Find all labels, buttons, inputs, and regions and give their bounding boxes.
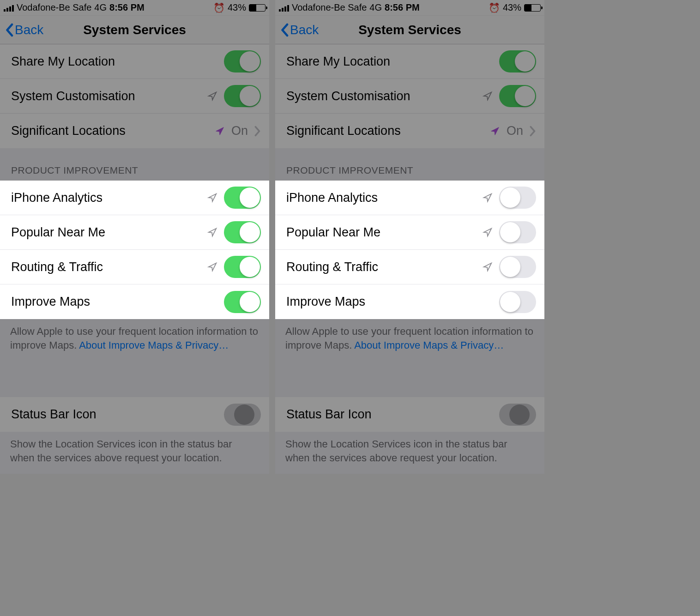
clock-label: 8:56 PM: [109, 2, 145, 13]
row-iphone-analytics[interactable]: iPhone Analytics: [275, 181, 544, 215]
row-improve-maps[interactable]: Improve Maps: [0, 284, 269, 319]
section-footer-status-bar: Show the Location Services icon in the s…: [0, 432, 269, 469]
toggle-system-customisation[interactable]: [499, 85, 536, 107]
row-improve-maps[interactable]: Improve Maps: [275, 284, 544, 319]
section-footer-improve-maps: Allow Apple to use your frequent locatio…: [275, 319, 544, 356]
cell-group-top: Share My Location System Customisation S…: [275, 44, 544, 148]
row-label: iPhone Analytics: [11, 191, 207, 205]
row-label: Improve Maps: [286, 295, 499, 309]
carrier-label: Vodafone-Be Safe: [292, 2, 367, 13]
signal-bars-icon: [279, 4, 289, 12]
row-system-customisation[interactable]: System Customisation: [0, 79, 269, 114]
row-system-customisation[interactable]: System Customisation: [275, 79, 544, 114]
about-improve-maps-link[interactable]: About Improve Maps & Privacy…: [79, 339, 229, 351]
location-arrow-icon: [483, 91, 493, 101]
row-label: System Customisation: [286, 89, 483, 103]
back-button[interactable]: Back: [280, 23, 319, 37]
chevron-right-icon: [254, 126, 261, 137]
toggle-share-my-location[interactable]: [224, 50, 261, 72]
row-status-bar-icon[interactable]: Status Bar Icon: [275, 397, 544, 432]
alarm-icon: ⏰: [213, 2, 225, 13]
row-label: Improve Maps: [11, 295, 224, 309]
toggle-improve-maps[interactable]: [224, 291, 261, 313]
row-label: Significant Locations: [286, 124, 490, 138]
cell-group-status-bar-icon: Status Bar Icon: [0, 397, 269, 432]
battery-pct-label: 43%: [228, 2, 246, 13]
toggle-popular-near-me[interactable]: [499, 221, 536, 243]
carrier-label: Vodafone-Be Safe: [17, 2, 91, 13]
row-label: Status Bar Icon: [286, 407, 499, 422]
nav-bar: Back System Services: [0, 16, 269, 44]
nav-bar: Back System Services: [275, 16, 544, 44]
phone-screenshot-right: Vodafone-Be Safe 4G 8:56 PM ⏰ 43% Back S…: [275, 0, 544, 474]
row-share-my-location[interactable]: Share My Location: [275, 44, 544, 79]
toggle-status-bar-icon[interactable]: [224, 404, 261, 426]
row-value: On: [507, 124, 523, 138]
network-label: 4G: [369, 2, 382, 13]
about-improve-maps-link[interactable]: About Improve Maps & Privacy…: [354, 339, 504, 351]
signal-bars-icon: [4, 4, 14, 12]
section-header-product-improvement: PRODUCT IMPROVEMENT: [0, 148, 269, 181]
toggle-iphone-analytics[interactable]: [499, 187, 536, 209]
row-label: iPhone Analytics: [286, 191, 483, 205]
chevron-left-icon: [5, 23, 14, 37]
row-label: Routing & Traffic: [11, 260, 207, 274]
row-label: System Customisation: [11, 89, 207, 103]
cell-group-product-improvement: iPhone Analytics Popular Near Me Routing…: [275, 181, 544, 319]
location-arrow-icon: [207, 227, 217, 237]
row-popular-near-me[interactable]: Popular Near Me: [0, 215, 269, 250]
row-share-my-location[interactable]: Share My Location: [0, 44, 269, 79]
row-label: Popular Near Me: [11, 225, 207, 240]
location-arrow-icon: [483, 193, 493, 203]
row-label: Status Bar Icon: [11, 407, 224, 422]
row-iphone-analytics[interactable]: iPhone Analytics: [0, 181, 269, 215]
location-arrow-icon: [483, 262, 493, 272]
alarm-icon: ⏰: [489, 2, 500, 13]
battery-icon: [524, 4, 541, 12]
toggle-popular-near-me[interactable]: [224, 221, 261, 243]
row-value: On: [231, 124, 248, 138]
toggle-iphone-analytics[interactable]: [224, 187, 261, 209]
toggle-improve-maps[interactable]: [499, 291, 536, 313]
row-significant-locations[interactable]: Significant Locations On: [0, 114, 269, 148]
section-footer-improve-maps: Allow Apple to use your frequent locatio…: [0, 319, 269, 356]
network-label: 4G: [94, 2, 107, 13]
location-arrow-icon: [483, 227, 493, 237]
location-arrow-icon: [490, 126, 500, 136]
row-status-bar-icon[interactable]: Status Bar Icon: [0, 397, 269, 432]
chevron-left-icon: [280, 23, 289, 37]
section-footer-status-bar: Show the Location Services icon in the s…: [275, 432, 544, 469]
toggle-system-customisation[interactable]: [224, 85, 261, 107]
row-label: Routing & Traffic: [286, 260, 483, 274]
toggle-routing-traffic[interactable]: [499, 256, 536, 278]
chevron-right-icon: [530, 126, 536, 137]
battery-icon: [249, 4, 266, 12]
back-button[interactable]: Back: [5, 23, 43, 37]
back-label: Back: [15, 23, 43, 37]
cell-group-status-bar-icon: Status Bar Icon: [275, 397, 544, 432]
row-label: Popular Near Me: [286, 225, 483, 240]
back-label: Back: [290, 23, 319, 37]
toggle-status-bar-icon[interactable]: [499, 404, 536, 426]
row-significant-locations[interactable]: Significant Locations On: [275, 114, 544, 148]
location-arrow-icon: [207, 262, 217, 272]
location-arrow-icon: [215, 126, 225, 136]
section-header-product-improvement: PRODUCT IMPROVEMENT: [275, 148, 544, 181]
toggle-share-my-location[interactable]: [499, 50, 536, 72]
row-label: Significant Locations: [11, 124, 215, 138]
location-arrow-icon: [207, 91, 217, 101]
battery-pct-label: 43%: [503, 2, 521, 13]
status-bar: Vodafone-Be Safe 4G 8:56 PM ⏰ 43%: [275, 0, 544, 16]
clock-label: 8:56 PM: [385, 2, 420, 13]
row-routing-traffic[interactable]: Routing & Traffic: [275, 250, 544, 284]
cell-group-product-improvement: iPhone Analytics Popular Near Me Routing…: [0, 181, 269, 319]
status-bar: Vodafone-Be Safe 4G 8:56 PM ⏰ 43%: [0, 0, 269, 16]
toggle-routing-traffic[interactable]: [224, 256, 261, 278]
cell-group-top: Share My Location System Customisation S…: [0, 44, 269, 148]
row-popular-near-me[interactable]: Popular Near Me: [275, 215, 544, 250]
row-routing-traffic[interactable]: Routing & Traffic: [0, 250, 269, 284]
location-arrow-icon: [207, 193, 217, 203]
phone-screenshot-left: Vodafone-Be Safe 4G 8:56 PM ⏰ 43% Back S…: [0, 0, 269, 474]
row-label: Share My Location: [286, 54, 499, 69]
row-label: Share My Location: [11, 54, 224, 69]
